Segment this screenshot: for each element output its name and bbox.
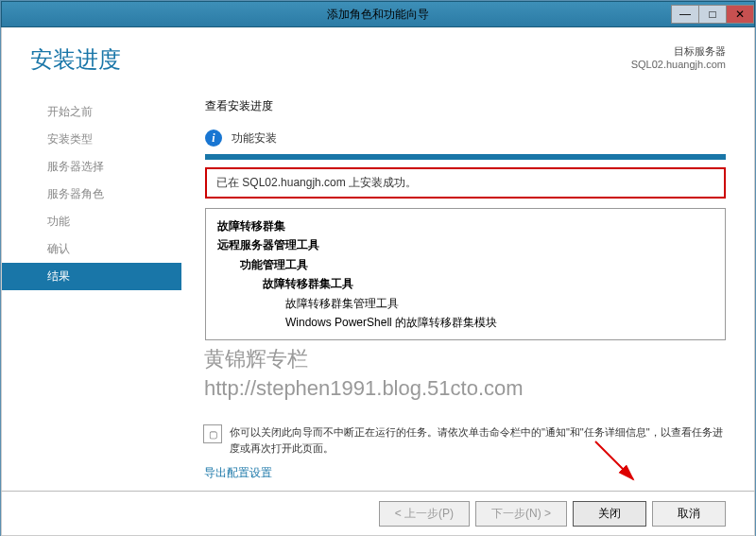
feature-item: Windows PowerShell 的故障转移群集模块 <box>217 313 713 332</box>
watermark: 黄锦辉专栏 http://stephen1991.blog.51cto.com <box>204 345 524 404</box>
close-button[interactable]: 关闭 <box>573 501 646 527</box>
window-title: 添加角色和功能向导 <box>327 7 429 23</box>
sidebar-item-features: 功能 <box>2 208 181 235</box>
cancel-button[interactable]: 取消 <box>652 501 726 527</box>
export-config-link[interactable]: 导出配置设置 <box>204 465 272 481</box>
watermark-line1: 黄锦辉专栏 <box>204 345 524 374</box>
success-message: 已在 SQL02.huangjh.com 上安装成功。 <box>216 175 714 191</box>
feature-item: 功能管理工具 <box>217 255 713 274</box>
maximize-button[interactable]: □ <box>698 5 727 24</box>
sidebar-item-results: 结果 <box>2 263 181 290</box>
next-button: 下一步(N) > <box>475 501 567 527</box>
sidebar-item-type: 安装类型 <box>2 126 181 153</box>
target-info: 目标服务器 SQL02.huangjh.com <box>631 44 726 70</box>
target-server: SQL02.huangjh.com <box>631 59 726 70</box>
success-highlight: 已在 SQL02.huangjh.com 上安装成功。 <box>205 167 726 199</box>
page-title: 安装进度 <box>30 44 121 75</box>
info-icon: i <box>205 130 222 147</box>
view-progress-label: 查看安装进度 <box>205 98 726 114</box>
footer: < 上一步(P) 下一步(N) > 关闭 取消 <box>1 491 755 536</box>
close-window-button[interactable]: ✕ <box>726 5 754 24</box>
minimize-button[interactable]: — <box>671 5 699 24</box>
sidebar-item-confirm: 确认 <box>2 235 181 263</box>
flag-icon: ▢ <box>203 424 222 443</box>
status-row: i 功能安装 <box>205 130 726 147</box>
titlebar: 添加角色和功能向导 — □ ✕ <box>1 1 755 27</box>
feature-item: 故障转移群集工具 <box>217 274 713 293</box>
note-section: ▢ 你可以关闭此向导而不中断正在运行的任务。请依次单击命令栏中的"通知"和"任务… <box>203 424 728 456</box>
window-controls: — □ ✕ <box>672 5 754 24</box>
progress-bar <box>205 154 726 160</box>
sidebar: 开始之前 安装类型 服务器选择 服务器角色 功能 确认 结果 <box>2 84 181 340</box>
status-text: 功能安装 <box>232 130 277 147</box>
sidebar-item-server-select: 服务器选择 <box>2 153 181 181</box>
target-label: 目标服务器 <box>631 44 726 59</box>
note-text: 你可以关闭此向导而不中断正在运行的任务。请依次单击命令栏中的"通知"和"任务详细… <box>230 424 728 456</box>
feature-item: 远程服务器管理工具 <box>217 235 713 254</box>
watermark-line2: http://stephen1991.blog.51cto.com <box>204 374 524 404</box>
feature-list: 故障转移群集 远程服务器管理工具 功能管理工具 故障转移群集工具 故障转移群集管… <box>205 208 726 340</box>
prev-button: < 上一步(P) <box>379 501 470 527</box>
content-pane: 查看安装进度 i 功能安装 已在 SQL02.huangjh.com 上安装成功… <box>181 84 754 340</box>
sidebar-item-before: 开始之前 <box>2 98 181 126</box>
sidebar-item-server-role: 服务器角色 <box>2 181 181 208</box>
header: 安装进度 目标服务器 SQL02.huangjh.com <box>2 27 754 84</box>
feature-item: 故障转移群集管理工具 <box>217 294 713 313</box>
feature-item: 故障转移群集 <box>217 216 713 235</box>
